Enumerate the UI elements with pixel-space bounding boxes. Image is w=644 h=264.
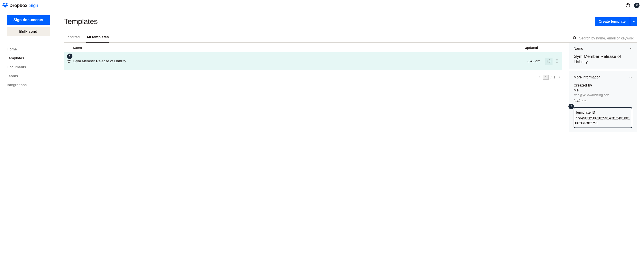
search-icon: [573, 36, 577, 40]
sign-documents-button[interactable]: Sign documents: [7, 15, 50, 25]
callout-badge-2: 2: [568, 104, 574, 109]
search: [573, 36, 637, 42]
callout-badge-1: 1: [67, 53, 72, 59]
detail-name-label: Name: [574, 47, 583, 51]
row-more-menu[interactable]: [556, 58, 558, 64]
created-time: 3:42 am: [574, 99, 632, 103]
page-total: 1: [554, 75, 555, 79]
created-by-email: ivan@yellowduckling.dev: [574, 93, 632, 97]
create-template-group: Create template: [595, 17, 637, 26]
template-name: Gym Member Release of Liability: [73, 59, 528, 63]
svg-marker-1: [5, 3, 8, 5]
svg-point-7: [573, 36, 576, 39]
table-row[interactable]: 1 Gym Member Release of Liability 3:42 a…: [64, 52, 562, 70]
main-content: Templates Create template Starred All te…: [57, 11, 644, 132]
page-title: Templates: [64, 17, 98, 26]
user-avatar[interactable]: IK: [634, 3, 640, 8]
tab-starred[interactable]: Starred: [68, 33, 80, 42]
star-icon[interactable]: [67, 59, 71, 63]
template-updated: 3:42 am: [528, 59, 543, 64]
bulk-send-button[interactable]: Bulk send: [7, 27, 50, 36]
svg-line-8: [576, 38, 576, 39]
svg-point-11: [556, 60, 558, 61]
document-icon: [547, 59, 551, 64]
detail-more-section: More information Created by Me ivan@yell…: [569, 71, 637, 132]
tabs: Starred All templates: [64, 33, 109, 42]
column-header-updated: Updated: [525, 46, 558, 49]
logo[interactable]: Dropbox Sign: [2, 3, 38, 8]
sidebar-item-teams[interactable]: Teams: [7, 72, 50, 81]
svg-marker-9: [68, 60, 71, 63]
tab-all-templates[interactable]: All templates: [86, 33, 109, 42]
svg-marker-0: [2, 3, 5, 5]
detail-name-section: Name Gym Member Release of Liability: [569, 42, 637, 69]
collapse-name-button[interactable]: [629, 47, 632, 50]
detail-name-value: Gym Member Release of Liability: [574, 54, 632, 64]
created-by-value: Me: [574, 88, 632, 92]
use-template-button[interactable]: [545, 58, 552, 65]
header-actions: IK: [626, 3, 640, 8]
template-id-value: 77ae903b506182591e3f12491b810626d3f82751: [575, 116, 631, 126]
sidebar-item-templates[interactable]: Templates: [7, 54, 50, 63]
svg-point-10: [556, 59, 558, 60]
pagination: 1 / 1: [64, 75, 562, 80]
sidebar-item-home[interactable]: Home: [7, 45, 50, 54]
template-id-box: 2 Template ID 77ae903b506182591e3f12491b…: [574, 107, 632, 128]
page-next-button[interactable]: [557, 75, 562, 79]
kebab-icon: [556, 59, 558, 64]
detail-more-label: More information: [574, 75, 600, 79]
created-by-label: Created by: [574, 83, 632, 87]
logo-text-primary: Dropbox: [10, 3, 27, 8]
page-prev-button[interactable]: [537, 75, 541, 79]
column-header-name: Name: [73, 46, 525, 49]
sidebar-item-integrations[interactable]: Integrations: [7, 81, 50, 90]
svg-point-12: [556, 62, 558, 63]
svg-marker-4: [4, 6, 7, 8]
page-separator: /: [550, 75, 552, 79]
sidebar-item-documents[interactable]: Documents: [7, 63, 50, 72]
collapse-more-button[interactable]: [629, 75, 632, 79]
page-current: 1: [543, 75, 549, 80]
templates-table: Name Updated 1 Gym Member Release of Lia…: [64, 42, 562, 132]
create-template-dropdown[interactable]: [630, 17, 637, 26]
help-icon[interactable]: [626, 3, 630, 8]
create-template-button[interactable]: Create template: [595, 17, 630, 26]
search-input[interactable]: [579, 36, 637, 40]
sidebar-nav: Home Templates Documents Teams Integrati…: [7, 45, 50, 90]
dropbox-logo-icon: [2, 3, 8, 8]
detail-panel: Name Gym Member Release of Liability Mor…: [569, 42, 637, 132]
sidebar: Sign documents Bulk send Home Templates …: [0, 11, 57, 132]
logo-text-secondary: Sign: [29, 3, 38, 8]
app-header: Dropbox Sign IK: [0, 0, 644, 11]
template-id-label: Template ID: [575, 110, 631, 115]
